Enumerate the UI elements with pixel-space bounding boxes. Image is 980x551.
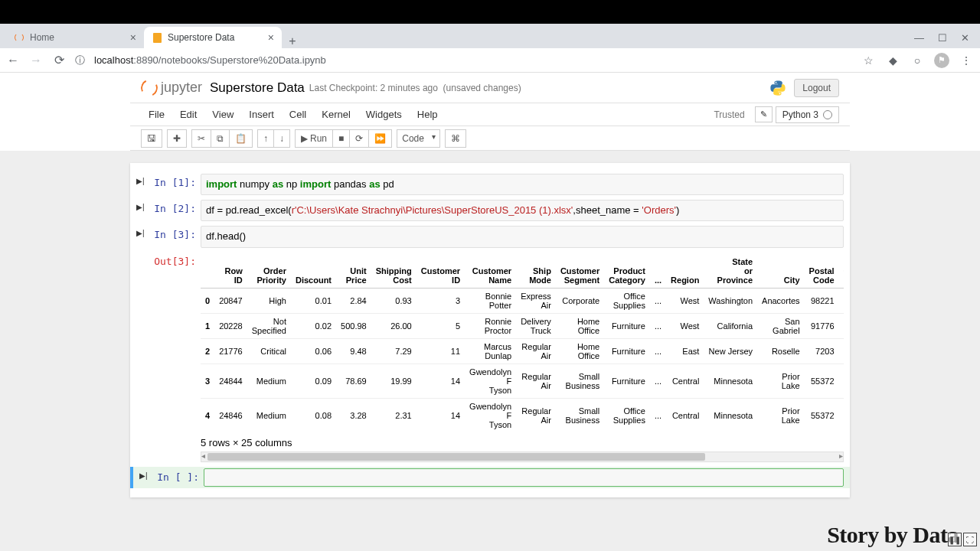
menu-edit[interactable]: Edit xyxy=(172,109,204,120)
window-minimize-icon[interactable]: — xyxy=(914,32,924,44)
run-button[interactable]: ▶ Run xyxy=(295,129,333,148)
table-cell: SanGabriel xyxy=(757,313,805,338)
table-cell: 78.69 xyxy=(336,364,371,398)
save-button[interactable]: 🖫 xyxy=(141,129,162,148)
table-cell: Gwendolyn FTyson xyxy=(465,398,516,432)
table-header: PostalCode xyxy=(805,254,839,289)
cut-button[interactable]: ✂ xyxy=(191,129,211,148)
scrollbar-thumb[interactable] xyxy=(207,453,705,461)
kebab-menu-icon[interactable]: ⋮ xyxy=(959,54,974,67)
table-cell: 55372 xyxy=(805,398,839,432)
table-cell: Furniture xyxy=(604,364,650,398)
table-header: ShipMode xyxy=(516,254,556,289)
stop-button[interactable]: ■ xyxy=(333,129,350,148)
cell-type-select[interactable]: Code xyxy=(397,129,440,148)
table-cell: 24844 xyxy=(214,364,247,398)
kernel-indicator[interactable]: Python 3 xyxy=(776,106,839,123)
table-header: ProductCategory xyxy=(604,254,650,289)
url-text[interactable]: localhost:8890/notebooks/Superstore%20Da… xyxy=(94,54,326,66)
table-cell: 500.98 xyxy=(336,313,371,338)
table-cell: Corporate xyxy=(556,288,604,313)
jupyter-logo[interactable]: jupyter xyxy=(141,80,202,96)
run-cell-icon[interactable]: ▶| xyxy=(136,200,147,221)
menu-cell[interactable]: Cell xyxy=(282,109,314,120)
extension-icon[interactable]: ◆ xyxy=(885,54,900,67)
table-cell: SmallBusiness xyxy=(556,398,604,432)
fullscreen-icon[interactable]: ⛶ xyxy=(963,533,977,546)
table-cell: BonniePotter xyxy=(465,288,516,313)
code-cell-empty[interactable]: ▶| In [ ]: xyxy=(130,467,850,488)
table-cell: 3 xyxy=(201,364,214,398)
table-cell: Medium xyxy=(247,364,291,398)
move-up-button[interactable]: ↑ xyxy=(257,129,274,148)
command-palette-button[interactable]: ⌘ xyxy=(445,129,466,148)
add-cell-button[interactable]: ✚ xyxy=(167,129,187,148)
restart-button[interactable]: ⟳ xyxy=(350,129,369,148)
table-header: ShippingCost xyxy=(371,254,416,289)
table-cell: OfficeSupplies xyxy=(604,398,650,432)
menu-file[interactable]: File xyxy=(141,109,172,120)
menu-kernel[interactable]: Kernel xyxy=(314,109,358,120)
restart-run-button[interactable]: ⏩ xyxy=(369,129,392,148)
table-header: CustomerName xyxy=(465,254,516,289)
table-cell: DeliveryTruck xyxy=(516,313,556,338)
run-cell-icon[interactable]: ▶| xyxy=(136,226,147,247)
table-cell: Central xyxy=(666,398,704,432)
forward-icon: → xyxy=(29,54,43,67)
watermark-text: Story by Data xyxy=(827,522,959,548)
close-icon[interactable]: × xyxy=(268,31,274,44)
table-cell: West xyxy=(666,313,704,338)
code-cell-2[interactable]: ▶| In [2]: df = pd.read_excel(r'C:\Users… xyxy=(130,198,850,223)
close-icon[interactable]: × xyxy=(130,31,136,44)
table-cell: PriorLake xyxy=(757,398,805,432)
code-cell-3[interactable]: ▶| In [3]: df.head() xyxy=(130,224,850,249)
table-cell: ... xyxy=(650,398,666,432)
trusted-indicator[interactable]: Trusted xyxy=(707,107,751,122)
code-input[interactable]: import numpy as np import pandas as pd xyxy=(201,174,844,195)
code-input[interactable]: df = pd.read_excel(r'C:\Users\Kate Strac… xyxy=(201,200,844,221)
notebook-favicon-icon xyxy=(152,32,162,43)
reload-icon[interactable]: ⟳ xyxy=(52,53,66,67)
table-cell: 0.09 xyxy=(291,364,336,398)
table-cell: RegularAir xyxy=(516,364,556,398)
browser-tab-home[interactable]: Home × xyxy=(6,27,144,48)
menu-help[interactable]: Help xyxy=(410,109,446,120)
star-icon[interactable]: ☆ xyxy=(861,54,876,67)
table-cell: RegularAir xyxy=(516,338,556,364)
window-close-icon[interactable]: ✕ xyxy=(961,32,969,44)
horizontal-scrollbar[interactable] xyxy=(201,452,844,462)
site-info-icon[interactable]: ⓘ xyxy=(75,54,85,67)
code-input[interactable]: df.head() xyxy=(201,226,844,247)
logout-button[interactable]: Logout xyxy=(794,79,839,97)
jupyter-toolbar: 🖫 ✚ ✂ ⧉ 📋 ↑ ↓ ▶ Run ■ ⟳ ⏩ Code ⌘ xyxy=(130,126,850,151)
table-cell: Furniture xyxy=(604,313,650,338)
run-cell-icon[interactable]: ▶| xyxy=(136,174,147,195)
back-icon[interactable]: ← xyxy=(6,54,20,67)
menu-widgets[interactable]: Widgets xyxy=(358,109,410,120)
python-logo-icon xyxy=(769,80,786,96)
menu-view[interactable]: View xyxy=(204,109,241,120)
table-cell: 7203 xyxy=(805,338,839,364)
code-cell-1[interactable]: ▶| In [1]: import numpy as np import pan… xyxy=(130,172,850,197)
browser-tab-notebook[interactable]: Superstore Data × xyxy=(144,27,282,48)
profile-avatar-icon[interactable]: ⚑ xyxy=(934,53,949,68)
jupyter-header: jupyter Superstore Data Last Checkpoint:… xyxy=(130,73,850,103)
move-down-button[interactable]: ↓ xyxy=(274,129,290,148)
output-prompt: Out[3]: xyxy=(147,253,201,464)
extension2-icon[interactable]: ○ xyxy=(910,54,925,67)
code-input[interactable] xyxy=(204,468,844,487)
copy-button[interactable]: ⧉ xyxy=(211,129,230,148)
edit-mode-icon[interactable]: ✎ xyxy=(755,106,773,122)
window-maximize-icon[interactable]: ☐ xyxy=(938,32,947,44)
pause-icon[interactable]: ❚❚ xyxy=(948,533,962,546)
notebook-title[interactable]: Superstore Data xyxy=(210,80,305,96)
table-cell: High xyxy=(247,288,291,313)
paste-button[interactable]: 📋 xyxy=(230,129,253,148)
menu-insert[interactable]: Insert xyxy=(241,109,282,120)
table-row: 221776Critical0.069.487.2911MarcusDunlap… xyxy=(201,338,844,364)
input-prompt: In [1]: xyxy=(147,174,201,195)
run-cell-icon[interactable]: ▶| xyxy=(139,468,150,487)
table-cell: Washington xyxy=(704,288,757,313)
new-tab-button[interactable]: + xyxy=(282,34,303,48)
table-header: City xyxy=(757,254,805,289)
